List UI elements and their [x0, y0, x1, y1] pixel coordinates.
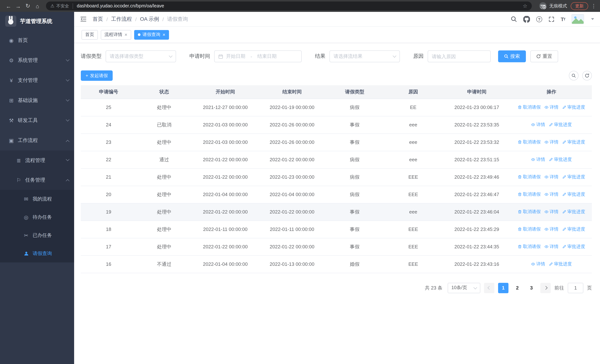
cell-leave-type: 事假	[325, 133, 384, 151]
page-2-button[interactable]: 2	[512, 283, 523, 293]
sidebar-item-process-mgmt[interactable]: ≣流程管理	[0, 150, 74, 170]
pagination-total: 共 23 条	[425, 284, 442, 291]
page-3-button[interactable]: 3	[526, 283, 537, 293]
approval-progress-link[interactable]: 审批进度	[549, 121, 572, 128]
avatar[interactable]	[572, 14, 584, 24]
next-page-button[interactable]	[540, 283, 551, 293]
sidebar-item-done-tasks[interactable]: ✂已办任务	[0, 226, 74, 244]
detail-link[interactable]: 详情	[544, 209, 559, 215]
detail-link[interactable]: 详情	[544, 139, 559, 145]
cancel-leave-link[interactable]: 取消请假	[518, 243, 541, 250]
avatar-caret-icon[interactable]	[591, 18, 594, 20]
home-icon[interactable]: ⌂	[33, 1, 42, 10]
github-icon[interactable]	[523, 16, 530, 22]
goto-page-input[interactable]	[568, 283, 583, 293]
breadcrumb-item[interactable]: 工作流程	[111, 16, 132, 22]
back-icon[interactable]: ←	[4, 1, 13, 10]
cancel-leave-link[interactable]: 取消请假	[518, 226, 541, 233]
cell-actions: 取消请假详情审批进度	[511, 168, 592, 186]
detail-link[interactable]: 详情	[544, 191, 559, 197]
font-size-icon[interactable]: TT	[561, 16, 565, 22]
page-1-button[interactable]: 1	[498, 283, 508, 293]
sidebar-item-label: 首页	[18, 37, 28, 44]
reason-input[interactable]	[432, 54, 487, 59]
approval-progress-link[interactable]: 审批进度	[549, 156, 572, 163]
cell-apply-time: 2022-01-22 23:45:29	[442, 221, 511, 238]
refresh-table-button[interactable]	[582, 71, 592, 80]
approval-progress-link[interactable]: 审批进度	[549, 261, 572, 267]
create-leave-button[interactable]: + 发起请假	[81, 70, 113, 81]
sidebar-item-label: 工作流程	[18, 137, 38, 144]
cancel-leave-link[interactable]: 取消请假	[518, 209, 541, 215]
app-logo[interactable]: 芋道管理系统	[0, 12, 74, 30]
sidebar-item-leave-query[interactable]: 请假查询	[0, 244, 74, 262]
detail-link[interactable]: 详情	[544, 243, 559, 250]
help-icon[interactable]: ?	[536, 16, 542, 22]
detail-link[interactable]: 详情	[544, 104, 559, 111]
cancel-leave-link[interactable]: 取消请假	[518, 174, 541, 180]
approval-progress-link[interactable]: 审批进度	[562, 209, 585, 215]
approval-progress-link[interactable]: 审批进度	[562, 139, 585, 145]
breadcrumb-item[interactable]: OA 示例	[140, 16, 159, 22]
cancel-leave-link[interactable]: 取消请假	[518, 139, 541, 145]
tab-leave-query[interactable]: 请假查询 ×	[134, 30, 169, 39]
reload-icon[interactable]: ↻	[23, 1, 33, 10]
breadcrumb-item[interactable]: 首页	[93, 16, 103, 22]
tab-process-detail[interactable]: 流程详情 ×	[101, 30, 131, 39]
close-icon[interactable]: ×	[162, 32, 165, 37]
forward-icon[interactable]: →	[13, 1, 23, 10]
sidebar-item-home[interactable]: ◉首页	[0, 30, 74, 50]
toggle-search-button[interactable]	[569, 71, 579, 80]
screen: ← → ↻ ⌂ ⚠ 不安全 dashboard.yudao.iocoder.cn…	[0, 0, 600, 364]
detail-link[interactable]: 详情	[531, 156, 545, 163]
sidebar-item-workflow[interactable]: ▣工作流程	[0, 131, 74, 150]
browser-update-button[interactable]: 更新	[571, 2, 588, 10]
cell-start-time: 2022-01-03 00:00:00	[192, 116, 259, 133]
search-icon[interactable]	[511, 16, 517, 22]
delete-icon	[518, 175, 522, 179]
approval-progress-link[interactable]: 审批进度	[562, 191, 585, 197]
cell-actions: 取消请假详情审批进度	[511, 99, 592, 116]
approval-progress-link[interactable]: 审批进度	[562, 243, 585, 250]
result-select[interactable]: 请选择流结果	[329, 50, 400, 62]
cancel-leave-link[interactable]: 取消请假	[518, 191, 541, 197]
url-text[interactable]: dashboard.yudao.iocoder.cn/bpm/oa/leave	[77, 3, 523, 9]
search-button[interactable]: 搜索	[498, 50, 526, 62]
table-row: 23处理中2022-01-03 00:00:002022-01-26 00:00…	[81, 133, 592, 151]
address-bar[interactable]: ⚠ 不安全 dashboard.yudao.iocoder.cn/bpm/oa/…	[46, 1, 532, 10]
action-label: 取消请假	[523, 243, 541, 250]
sidebar-item-devtools[interactable]: ⚒研发工具	[0, 111, 74, 131]
approval-progress-link[interactable]: 审批进度	[562, 104, 585, 111]
collapse-menu-icon[interactable]	[80, 16, 87, 22]
cancel-leave-link[interactable]: 取消请假	[518, 104, 541, 111]
approval-progress-link[interactable]: 审批进度	[562, 174, 585, 180]
bookmark-star-icon[interactable]: ☆	[523, 3, 527, 9]
approval-progress-link[interactable]: 审批进度	[562, 226, 585, 233]
detail-link[interactable]: 详情	[544, 226, 559, 233]
reset-button[interactable]: 重置	[530, 50, 558, 62]
tab-home[interactable]: 首页	[82, 30, 98, 39]
sidebar-item-todo-tasks[interactable]: ◎待办任务	[0, 208, 74, 226]
edit-icon	[562, 140, 566, 144]
fullscreen-icon[interactable]	[548, 16, 554, 22]
eye-icon	[544, 140, 548, 144]
detail-link[interactable]: 详情	[531, 121, 545, 128]
detail-link[interactable]: 详情	[544, 174, 559, 180]
sidebar-item-system[interactable]: ⚙系统管理	[0, 50, 74, 70]
leave-type-select[interactable]: 请选择请假类型	[106, 50, 176, 62]
apply-time-range-picker[interactable]: 开始日期 - 结束日期	[214, 50, 302, 62]
close-icon[interactable]: ×	[124, 32, 127, 37]
detail-link[interactable]: 详情	[531, 261, 545, 267]
sidebar-item-payment[interactable]: ¥支付管理	[0, 70, 74, 90]
cell-actions: 取消请假详情审批进度	[511, 133, 592, 151]
action-label: 详情	[536, 121, 545, 128]
page-size-select[interactable]: 10条/页	[448, 283, 480, 293]
sidebar-item-infrastructure[interactable]: ⊞基础设施	[0, 90, 74, 111]
site-security-chip[interactable]: ⚠ 不安全	[50, 3, 73, 9]
prev-page-button[interactable]	[484, 283, 494, 293]
table-row: 17处理中2022-01-22 00:00:002022-01-22 00:00…	[81, 238, 592, 255]
cell-status: 处理中	[136, 168, 192, 186]
sidebar-item-my-process[interactable]: ✉我的流程	[0, 190, 74, 208]
browser-menu-icon[interactable]: ⋮	[591, 3, 596, 9]
sidebar-item-task-mgmt[interactable]: ⚐任务管理	[0, 170, 74, 190]
